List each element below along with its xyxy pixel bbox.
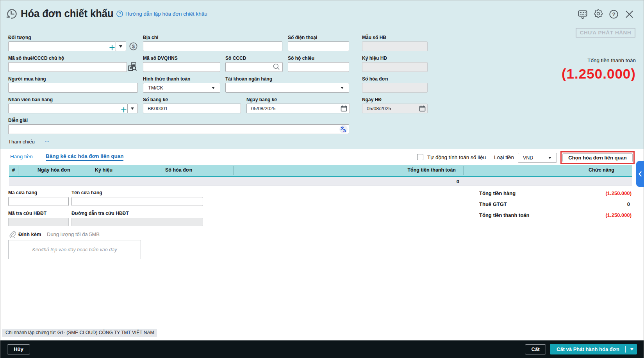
svg-text:?: ? <box>612 11 615 17</box>
svg-text:?: ? <box>119 11 121 16</box>
svg-text:A: A <box>343 128 346 133</box>
svg-text:$: $ <box>132 43 135 49</box>
